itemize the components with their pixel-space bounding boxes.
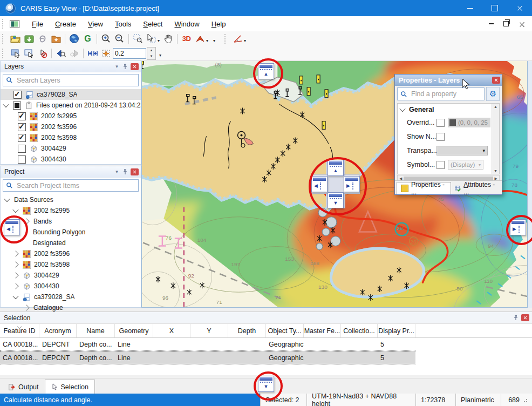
menu-create[interactable]: Create (49, 20, 82, 28)
mdi-minimize-button[interactable] (483, 18, 499, 30)
open-file-button[interactable] (22, 32, 36, 45)
maximize-button[interactable] (482, 0, 507, 16)
select-tool-dropdown[interactable]: ▾ (158, 38, 160, 43)
project-row[interactable]: 2002 fs3598 (1, 259, 141, 270)
zoom-area-button[interactable] (131, 32, 145, 45)
expand-icon[interactable] (12, 251, 18, 256)
layer-row[interactable]: 2002 fs3598 (1, 132, 141, 143)
project-row[interactable]: ca379028_SA (1, 292, 141, 302)
column-header[interactable]: Name (77, 324, 115, 337)
toolbar-overflow[interactable]: ▾ (213, 38, 215, 43)
layer-checkbox[interactable] (13, 91, 22, 99)
project-row[interactable]: 3004429 (1, 270, 141, 281)
document-icon[interactable] (10, 20, 19, 28)
resize-grip-icon[interactable] (523, 398, 527, 402)
close-icon[interactable] (131, 63, 139, 70)
project-row[interactable]: Data Sources (1, 194, 141, 205)
minimize-button[interactable] (458, 0, 482, 16)
column-header[interactable]: Geometry (115, 324, 153, 337)
gear-icon[interactable]: ⚙ (486, 87, 500, 101)
tolerance-stepper[interactable]: ▲▼ (147, 47, 156, 60)
deselect-button[interactable] (36, 47, 49, 59)
property-section[interactable]: General (398, 104, 499, 116)
tab-attributes[interactable]: Attributes - ... (451, 182, 502, 194)
column-header[interactable]: Master Fe... (304, 324, 341, 337)
layer-checkbox[interactable] (18, 145, 26, 153)
layer-checkbox[interactable] (18, 134, 26, 142)
project-row[interactable]: 2002 fs2995 (1, 205, 141, 216)
close-icon[interactable] (492, 77, 500, 84)
pin-icon[interactable] (121, 63, 129, 70)
panel-menu-icon[interactable]: ▾ (113, 168, 121, 175)
property-search[interactable] (397, 87, 485, 100)
google-earth-button[interactable]: G (81, 32, 94, 45)
expand-icon[interactable] (12, 293, 18, 299)
table-row[interactable]: CA 00018... DEPCNT Depth co... Line Geog… (0, 338, 415, 351)
layer-checkbox[interactable] (13, 102, 21, 110)
pin-icon[interactable] (511, 314, 520, 322)
table-row-selected[interactable]: CA 00018... DEPCNT Depth co... Line Geog… (0, 351, 415, 364)
column-header[interactable]: Display Pr... (378, 324, 415, 337)
menu-tools[interactable]: Tools (109, 20, 137, 28)
layer-checkbox[interactable] (18, 155, 26, 164)
layer-row[interactable]: 2002 fs2995 (1, 111, 141, 121)
mdi-close-button[interactable] (514, 18, 529, 30)
tolerance-input[interactable] (113, 48, 146, 59)
measure-angle-button[interactable] (231, 32, 244, 45)
column-header[interactable]: Depth (228, 324, 266, 337)
symbolize-dropdown[interactable]: (Display) (448, 160, 483, 170)
pan-tool-button[interactable] (161, 32, 175, 45)
expand-icon[interactable] (12, 283, 18, 289)
attach-file-button[interactable] (36, 32, 49, 45)
toolbar-grip[interactable] (2, 49, 5, 58)
project-row[interactable]: 3004430 (1, 281, 141, 292)
tab-properties[interactable]: Properties - ... (397, 182, 451, 194)
project-search[interactable] (3, 179, 139, 192)
properties-panel[interactable]: Properties - Layers ⚙ General Overrid...… (394, 74, 502, 195)
globe-button[interactable] (67, 32, 81, 45)
zoom-in-button[interactable] (99, 32, 113, 45)
layer-row[interactable]: ca379028_SA (1, 89, 141, 100)
layer-group-row[interactable]: Files opened on 2018-09-24 13:04:23 (1, 100, 141, 111)
scroll-up-icon[interactable]: ▲ (494, 105, 497, 109)
open-project-button[interactable] (9, 32, 22, 45)
toolbar-grip[interactable] (2, 34, 5, 44)
menu-help[interactable]: Help (206, 20, 232, 28)
column-header[interactable]: Feature ID (0, 324, 39, 337)
toolbar2-overflow[interactable]: ▾ (159, 53, 161, 58)
select-add-button[interactable] (22, 47, 36, 59)
menu-view[interactable]: View (82, 20, 109, 28)
pin-icon[interactable] (121, 168, 129, 175)
next-selection-button[interactable] (67, 47, 81, 59)
select-rectangle-button[interactable] (9, 47, 22, 59)
scroll-down-icon[interactable]: ▼ (494, 169, 497, 173)
north-arrow-dropdown[interactable]: ▾ (206, 38, 208, 43)
project-row[interactable]: 2002 fs3596 (1, 248, 141, 259)
tolerance-range-button[interactable] (86, 47, 99, 59)
column-header[interactable]: Object Ty... (266, 324, 304, 337)
layer-checkbox[interactable] (18, 112, 26, 120)
close-icon[interactable] (131, 168, 139, 175)
expand-icon[interactable] (3, 102, 9, 107)
column-header[interactable]: Y (190, 324, 228, 337)
symbolize-checkbox[interactable] (436, 161, 445, 169)
column-header[interactable]: X (153, 324, 190, 337)
zoom-out-button[interactable] (113, 32, 126, 45)
expand-icon[interactable] (12, 261, 18, 267)
properties-panel-titlebar[interactable]: Properties - Layers (395, 75, 502, 86)
show-checkbox[interactable] (436, 133, 445, 141)
override-checkbox[interactable] (436, 119, 445, 127)
collapse-icon[interactable] (399, 106, 405, 112)
expand-icon[interactable] (12, 207, 18, 213)
layers-search[interactable] (3, 74, 139, 86)
layer-row[interactable]: 3004430 (1, 154, 141, 165)
status-crs[interactable]: UTM-19N-Nad83 + NAVD88 height (306, 394, 415, 406)
view-3d-button[interactable]: 3D (180, 32, 193, 45)
tab-selection[interactable]: Selection (45, 380, 95, 394)
menu-select[interactable]: Select (137, 20, 168, 28)
transparency-dropdown[interactable] (436, 146, 488, 155)
close-icon[interactable] (521, 314, 529, 321)
flash-selection-button[interactable] (99, 47, 113, 59)
export-folder-button[interactable] (49, 32, 63, 45)
layer-row[interactable]: 3004429 (1, 143, 141, 154)
